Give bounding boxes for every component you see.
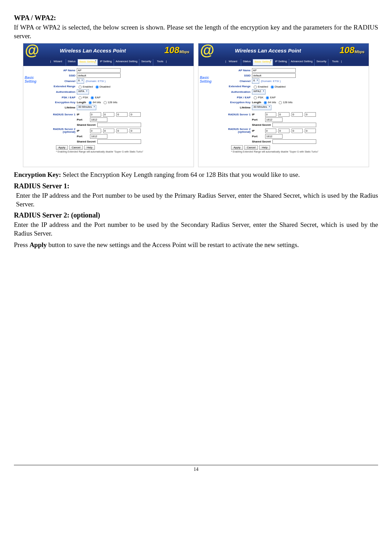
radio-psk[interactable]: [79, 96, 82, 99]
tab-basic[interactable]: Basic Setting: [253, 59, 273, 66]
footnote: * Enabling Extended Range will automatic…: [231, 150, 363, 153]
page-number: 14: [194, 467, 198, 472]
input-ip2b[interactable]: [278, 129, 289, 133]
tab-status[interactable]: Status: [241, 59, 253, 66]
input-port2[interactable]: [90, 134, 107, 139]
input-ip2b[interactable]: [103, 129, 114, 133]
input-secret1[interactable]: [97, 123, 141, 127]
input-ip2c[interactable]: [292, 129, 303, 133]
text-ip1: IP: [77, 113, 90, 116]
apply-button[interactable]: Apply: [231, 145, 243, 150]
input-secret2[interactable]: [97, 139, 141, 144]
text-port2: Port: [252, 135, 265, 138]
select-auth[interactable]: WPA: [77, 89, 89, 95]
radio-64[interactable]: [89, 101, 92, 104]
text-ip1: IP: [252, 113, 265, 116]
radio-eap[interactable]: [91, 96, 94, 99]
screenshot-wpa: @ Wireless Lan Access Point 108Mbps | Wi…: [23, 43, 194, 167]
input-apname[interactable]: [252, 68, 296, 73]
para-radius2: Enter the IP address and the Port number…: [14, 221, 378, 238]
tab-basic[interactable]: Basic Setting: [77, 59, 98, 66]
input-ip1a[interactable]: [90, 112, 101, 117]
label-channel: Channel: [221, 80, 252, 83]
text-64: 64 bits: [268, 101, 276, 104]
text-psk: PSK: [258, 96, 263, 99]
tab-tools[interactable]: Tools |: [328, 59, 343, 66]
tab-status[interactable]: Status: [66, 59, 77, 66]
radio-disabled[interactable]: [96, 85, 99, 89]
input-port1[interactable]: [265, 117, 283, 122]
input-ip2a[interactable]: [265, 129, 276, 133]
tab-ip[interactable]: IP Setting: [98, 59, 114, 66]
radio-enabled[interactable]: [254, 85, 257, 89]
tab-ip[interactable]: IP Setting: [273, 59, 289, 66]
input-ip1b[interactable]: [278, 112, 289, 117]
radio-128[interactable]: [104, 101, 107, 104]
help-button[interactable]: Help: [259, 145, 270, 150]
radio-psk[interactable]: [254, 96, 257, 99]
label-ssid: SSID: [221, 74, 252, 77]
label-rs1: RADIUS Server 1: [221, 113, 252, 116]
input-ip2d[interactable]: [130, 129, 141, 133]
text-port1: Port: [77, 118, 90, 121]
nav-tabs: | Wizard Status Basic Setting IP Setting…: [23, 59, 194, 66]
side-label: Basic Setting: [23, 66, 45, 167]
select-lifetime[interactable]: 30 Minutes: [77, 105, 96, 110]
text-eap: EAP: [270, 96, 276, 99]
label-rs1: RADIUS Server 1: [46, 113, 77, 116]
tab-tools[interactable]: Tools |: [153, 59, 168, 66]
side-label: Basic Setting: [198, 66, 220, 167]
radio-64[interactable]: [264, 101, 267, 104]
cancel-button[interactable]: Cancel: [244, 145, 258, 150]
text-128: 128 bits: [283, 101, 293, 104]
input-secret2[interactable]: [272, 139, 316, 144]
label-extrange: Extended Range: [46, 85, 77, 88]
screenshot-wpa2: @ Wireless Lan Access Point 108Mbps | Wi…: [198, 43, 369, 167]
input-ip1c[interactable]: [292, 112, 303, 117]
at-icon: @: [200, 43, 214, 59]
apply-button[interactable]: Apply: [56, 145, 68, 150]
select-lifetime[interactable]: 30 Minutes: [252, 105, 271, 110]
input-ip1d[interactable]: [305, 112, 316, 117]
heading-radius2: RADIUS Server 2: (optional): [14, 211, 378, 219]
input-ip2d[interactable]: [305, 129, 316, 133]
input-ip1d[interactable]: [130, 112, 141, 117]
input-secret1[interactable]: [272, 123, 316, 127]
help-button[interactable]: Help: [84, 145, 95, 150]
domain-text: (Domain: ETSI ): [259, 80, 280, 83]
para-enckey: Encryption Key: Select the Encryption Ke…: [14, 171, 378, 179]
banner-title: Wireless Lan Access Point: [60, 48, 126, 54]
label-ssid: SSID: [46, 74, 77, 77]
input-apname[interactable]: [77, 68, 121, 73]
input-ssid[interactable]: [77, 73, 121, 78]
input-ip2a[interactable]: [90, 129, 101, 133]
radio-disabled[interactable]: [271, 85, 274, 89]
text-secret1: Shared Secret: [252, 123, 272, 126]
input-port2[interactable]: [265, 134, 283, 139]
text-secret2: Shared Secret: [252, 140, 272, 143]
select-auth[interactable]: WPA2: [252, 89, 266, 95]
banner: @ Wireless Lan Access Point 108Mbps: [23, 43, 194, 59]
tab-wizard[interactable]: | Wizard: [224, 59, 241, 66]
text-disabled: Disabled: [275, 85, 286, 88]
radio-128[interactable]: [279, 101, 282, 104]
input-port1[interactable]: [90, 117, 107, 122]
tab-security[interactable]: Security: [314, 59, 328, 66]
cancel-button[interactable]: Cancel: [69, 145, 83, 150]
select-channel[interactable]: 6: [77, 79, 84, 84]
text-ip2: IP: [77, 129, 90, 132]
select-channel[interactable]: 6: [252, 79, 259, 84]
tab-wizard[interactable]: | Wizard: [49, 59, 66, 66]
radio-eap[interactable]: [266, 96, 269, 99]
input-ip2c[interactable]: [116, 129, 128, 133]
text-enabled: Enabled: [83, 85, 93, 88]
tab-advanced[interactable]: Advanced Setting: [289, 59, 315, 66]
input-ip1b[interactable]: [103, 112, 114, 117]
tab-advanced[interactable]: Advanced Setting: [114, 59, 139, 66]
tab-security[interactable]: Security: [139, 59, 153, 66]
input-ssid[interactable]: [252, 73, 296, 78]
input-ip1c[interactable]: [116, 112, 128, 117]
radio-enabled[interactable]: [79, 85, 82, 89]
input-ip1a[interactable]: [265, 112, 276, 117]
at-icon: @: [25, 43, 39, 59]
